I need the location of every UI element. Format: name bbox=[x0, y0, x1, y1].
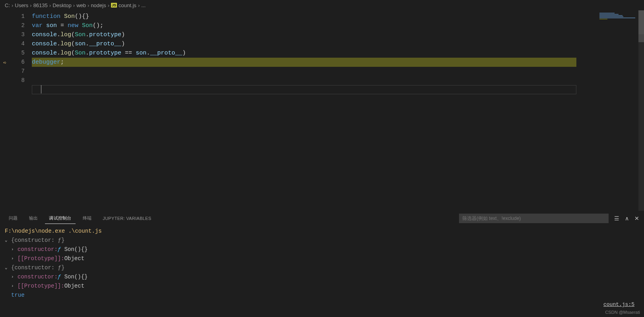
code-line[interactable]: console.log(Son.prototype) bbox=[32, 30, 644, 39]
editor-area[interactable]: ➪ 12345678 function Son(){}var son = new… bbox=[0, 10, 644, 211]
code-line[interactable]: debugger; bbox=[32, 58, 644, 67]
debug-console-content[interactable]: F:\nodejs\node.exe .\count.js ⌄{construc… bbox=[0, 225, 644, 301]
expand-down-icon[interactable]: ⌄ bbox=[5, 263, 10, 272]
code-line[interactable]: console.log(Son.prototype == son.__proto… bbox=[32, 49, 644, 58]
console-property-row[interactable]: ›[[Prototype]]: Object bbox=[5, 282, 639, 291]
filter-list-icon[interactable]: ☰ bbox=[614, 215, 619, 222]
chevron-right-icon: › bbox=[49, 2, 51, 8]
breakpoint-current-icon: ➪ bbox=[3, 58, 6, 68]
debug-command-line: F:\nodejs\node.exe .\count.js bbox=[5, 227, 639, 236]
line-number[interactable]: 8 bbox=[0, 76, 25, 85]
panel-filter-input[interactable] bbox=[459, 214, 609, 223]
line-number[interactable]: 3 bbox=[0, 30, 25, 39]
panel-tab[interactable]: 问题 bbox=[5, 213, 22, 224]
expand-right-icon[interactable]: › bbox=[11, 254, 17, 263]
expand-right-icon[interactable]: › bbox=[11, 282, 17, 291]
panel-tabs: 问题输出调试控制台终端JUPYTER: VARIABLES ☰ ∧ ✕ bbox=[0, 211, 644, 225]
breadcrumb-segment[interactable]: Users bbox=[15, 2, 28, 8]
panel-tab[interactable]: 终端 bbox=[79, 213, 96, 224]
line-number[interactable]: 5 bbox=[0, 49, 25, 58]
code-view[interactable]: function Son(){}var son = new Son();cons… bbox=[32, 10, 644, 211]
property-label: [[Prototype]]: bbox=[18, 254, 64, 263]
code-line[interactable]: var son = new Son(); bbox=[32, 21, 644, 30]
code-line[interactable]: function Son(){} bbox=[32, 12, 644, 21]
console-value-row: true bbox=[5, 291, 639, 300]
property-value: ƒ Son(){} bbox=[58, 245, 88, 254]
chevron-right-icon: › bbox=[138, 2, 140, 8]
current-line-outline bbox=[32, 85, 576, 94]
object-summary: {constructor: ƒ} bbox=[11, 263, 64, 272]
expand-right-icon[interactable]: › bbox=[11, 245, 17, 254]
expand-down-icon[interactable]: ⌄ bbox=[5, 236, 10, 245]
chevron-right-icon: › bbox=[88, 2, 89, 8]
watermark: CSDN @Msaerati bbox=[605, 310, 640, 315]
breadcrumb-segment[interactable]: nodejs bbox=[91, 2, 106, 8]
chevron-right-icon: › bbox=[73, 2, 75, 8]
code-line[interactable]: console.log(son.__proto__) bbox=[32, 39, 644, 49]
console-object-row[interactable]: ⌄{constructor: ƒ} bbox=[5, 263, 639, 272]
close-panel-icon[interactable]: ✕ bbox=[634, 215, 639, 222]
boolean-value: true bbox=[5, 291, 25, 300]
line-number[interactable]: 2 bbox=[0, 21, 25, 30]
chevron-right-icon: › bbox=[12, 2, 13, 8]
bottom-panel: 问题输出调试控制台终端JUPYTER: VARIABLES ☰ ∧ ✕ F:\n… bbox=[0, 211, 644, 317]
property-label: constructor: bbox=[18, 272, 58, 282]
property-value: Object bbox=[64, 282, 84, 291]
code-line[interactable] bbox=[32, 76, 644, 85]
breadcrumb[interactable]: C:›Users›86135›Desktop›web›nodejs›JScoun… bbox=[0, 0, 644, 10]
breadcrumb-segment[interactable]: 86135 bbox=[33, 2, 48, 8]
text-cursor bbox=[41, 85, 41, 93]
breadcrumb-segment[interactable]: web bbox=[76, 2, 86, 8]
console-property-row[interactable]: ›constructor: ƒ Son(){} bbox=[5, 245, 639, 254]
property-value: Object bbox=[64, 254, 84, 263]
console-object-row[interactable]: ⌄{constructor: ƒ} bbox=[5, 236, 639, 245]
breadcrumb-file[interactable]: count.js bbox=[119, 2, 136, 8]
breadcrumb-symbol[interactable]: ... bbox=[141, 2, 146, 8]
line-number-gutter: ➪ 12345678 bbox=[0, 10, 32, 211]
property-label: [[Prototype]]: bbox=[18, 282, 64, 291]
js-file-icon: JS bbox=[111, 3, 117, 8]
console-property-row[interactable]: ›constructor: ƒ Son(){} bbox=[5, 272, 639, 282]
line-number[interactable]: 1 bbox=[0, 12, 25, 21]
property-label: constructor: bbox=[18, 245, 58, 254]
breadcrumb-segment[interactable]: C: bbox=[5, 2, 10, 8]
breadcrumb-segment[interactable]: Desktop bbox=[53, 2, 72, 8]
panel-tab[interactable]: 输出 bbox=[25, 213, 42, 224]
expand-right-icon[interactable]: › bbox=[11, 272, 17, 282]
console-property-row[interactable]: ›[[Prototype]]: Object bbox=[5, 254, 639, 263]
line-number[interactable]: 7 bbox=[0, 67, 25, 76]
line-number[interactable]: 4 bbox=[0, 39, 25, 49]
chevron-right-icon: › bbox=[30, 2, 31, 8]
collapse-panel-icon[interactable]: ∧ bbox=[625, 215, 629, 222]
chevron-right-icon: › bbox=[108, 2, 109, 8]
object-summary: {constructor: ƒ} bbox=[11, 236, 64, 245]
panel-tab[interactable]: 调试控制台 bbox=[45, 213, 76, 224]
property-value: ƒ Son(){} bbox=[58, 272, 88, 282]
source-link[interactable]: count.js:5 bbox=[603, 301, 634, 307]
code-line[interactable] bbox=[32, 67, 644, 76]
panel-tab[interactable]: JUPYTER: VARIABLES bbox=[99, 214, 155, 223]
